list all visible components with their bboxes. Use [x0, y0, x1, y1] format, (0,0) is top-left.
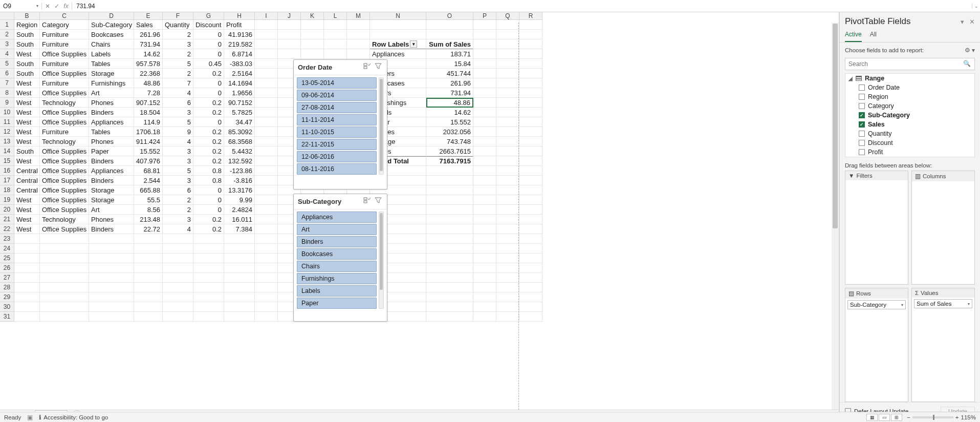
row-header[interactable]: 8: [0, 88, 14, 98]
cell[interactable]: 3: [163, 108, 193, 117]
cell[interactable]: 2.544: [134, 176, 163, 185]
cell[interactable]: [163, 283, 193, 292]
cell[interactable]: [40, 292, 89, 302]
cell[interactable]: [519, 292, 542, 302]
cell[interactable]: [255, 117, 278, 127]
checkbox-icon[interactable]: [859, 131, 865, 137]
cell[interactable]: [255, 49, 278, 59]
area-columns[interactable]: ▥Columns: [911, 171, 975, 285]
cell[interactable]: 2.5164: [224, 69, 255, 78]
page-layout-view-icon[interactable]: ▭: [879, 414, 890, 421]
cell[interactable]: 213.48: [134, 215, 163, 224]
cell[interactable]: [193, 273, 224, 283]
cell[interactable]: [255, 244, 278, 254]
cell[interactable]: [301, 20, 324, 30]
cell[interactable]: Phones: [89, 215, 134, 224]
cell[interactable]: 34.47: [224, 117, 255, 127]
cell[interactable]: [255, 195, 278, 205]
cell[interactable]: [255, 254, 278, 263]
cell[interactable]: [519, 176, 542, 185]
cell[interactable]: [519, 156, 542, 166]
cell[interactable]: [255, 20, 278, 30]
cell[interactable]: Art: [89, 88, 134, 98]
cell[interactable]: 5.7825: [224, 108, 255, 117]
cell[interactable]: [224, 234, 255, 244]
cell[interactable]: [301, 49, 324, 59]
cell[interactable]: [519, 69, 542, 78]
cell[interactable]: Phones: [89, 98, 134, 108]
cell[interactable]: [163, 263, 193, 273]
cell[interactable]: [519, 127, 542, 137]
slicer-item[interactable]: Art: [297, 224, 377, 235]
cell[interactable]: Storage: [89, 195, 134, 205]
cell[interactable]: 3: [163, 39, 193, 49]
cell[interactable]: 6: [163, 185, 193, 195]
spreadsheet-grid[interactable]: BCDEFGHIJKLMNOPQR1RegionCategorySub-Cate…: [0, 12, 839, 420]
cell[interactable]: [473, 78, 496, 88]
chevron-down-icon[interactable]: ▾: [36, 4, 38, 8]
column-header[interactable]: D: [89, 12, 134, 20]
field-item[interactable]: Category: [845, 101, 974, 111]
cell[interactable]: Category: [40, 20, 89, 30]
column-header[interactable]: P: [473, 12, 496, 20]
cell[interactable]: [426, 302, 473, 312]
cell[interactable]: [473, 49, 496, 59]
row-header[interactable]: 21: [0, 215, 14, 224]
slicer-item[interactable]: 27-08-2014: [297, 102, 377, 113]
cell[interactable]: [255, 78, 278, 88]
cell[interactable]: 743.748: [426, 137, 473, 146]
slicer-item[interactable]: 08-11-2016: [297, 163, 377, 175]
cell[interactable]: [255, 69, 278, 78]
cell[interactable]: [255, 59, 278, 69]
expand-formula-bar-icon[interactable]: ⌄: [972, 4, 980, 9]
row-header[interactable]: 28: [0, 283, 14, 292]
search-input[interactable]: [845, 58, 975, 70]
cell[interactable]: [347, 30, 370, 39]
chevron-down-icon[interactable]: ▾: [901, 303, 903, 307]
cell[interactable]: 4: [163, 88, 193, 98]
cell[interactable]: Office Supplies: [40, 108, 89, 117]
checkbox-icon[interactable]: [859, 103, 865, 109]
field-item[interactable]: Quantity: [845, 129, 974, 138]
cell[interactable]: [473, 137, 496, 146]
cell[interactable]: [134, 292, 163, 302]
cell[interactable]: [324, 30, 347, 39]
zoom-control[interactable]: − + 115%: [907, 414, 976, 420]
cell[interactable]: [426, 254, 473, 263]
cell[interactable]: [473, 108, 496, 117]
cell[interactable]: Tables: [89, 59, 134, 69]
cell[interactable]: [193, 283, 224, 292]
slicer-item[interactable]: Chairs: [297, 261, 377, 272]
cell[interactable]: 0.2: [193, 156, 224, 166]
cell[interactable]: Chairs: [89, 39, 134, 49]
cell[interactable]: 6: [163, 98, 193, 108]
checkbox-icon[interactable]: [859, 85, 865, 91]
cell[interactable]: [224, 292, 255, 302]
cell[interactable]: [255, 176, 278, 185]
cell[interactable]: [255, 205, 278, 215]
cell[interactable]: 48.86: [134, 78, 163, 88]
cell[interactable]: [473, 263, 496, 273]
cell[interactable]: 957.578: [134, 59, 163, 69]
multi-select-icon[interactable]: [363, 63, 372, 72]
checkbox-icon[interactable]: [859, 94, 865, 100]
cell[interactable]: [14, 302, 40, 312]
area-item[interactable]: Sub-Category▾: [847, 300, 906, 309]
cell[interactable]: Sum of Sales: [426, 39, 473, 49]
cell[interactable]: 9: [163, 127, 193, 137]
cell[interactable]: [193, 254, 224, 263]
field-item[interactable]: ✓Sub-Category: [845, 111, 974, 120]
cell[interactable]: Sales: [134, 20, 163, 30]
cell[interactable]: [426, 195, 473, 205]
cell[interactable]: [519, 254, 542, 263]
cell[interactable]: [163, 244, 193, 254]
cell[interactable]: [519, 283, 542, 292]
cell[interactable]: [301, 39, 324, 49]
cell[interactable]: [255, 215, 278, 224]
cell[interactable]: [496, 283, 519, 292]
cell[interactable]: Row Labels▾: [370, 39, 426, 49]
cell[interactable]: [255, 292, 278, 302]
cell[interactable]: 0.2: [193, 98, 224, 108]
cell[interactable]: [496, 20, 519, 30]
cell[interactable]: West: [14, 215, 40, 224]
